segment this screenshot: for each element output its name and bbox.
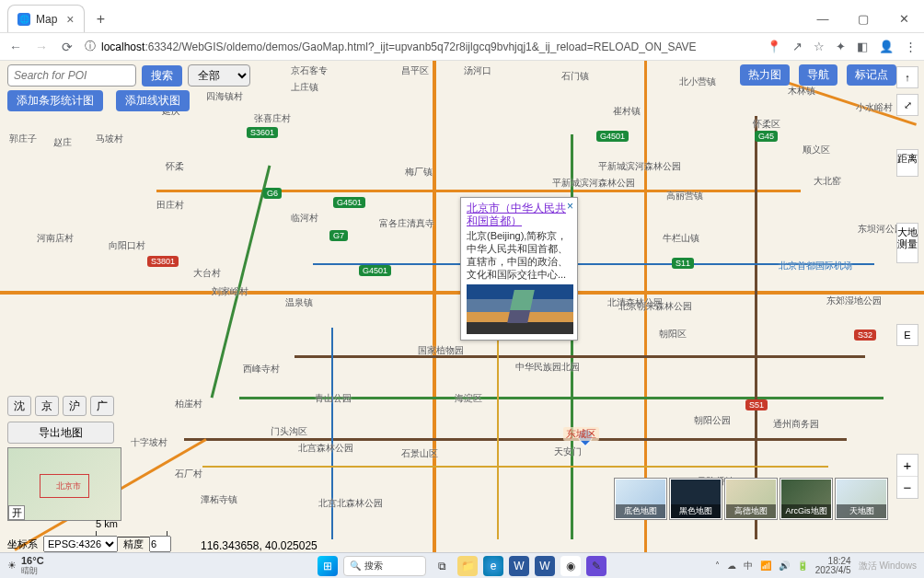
map-label: 中华民族园北园 (515, 361, 580, 374)
forward-icon[interactable]: → (33, 40, 50, 54)
heatmap-link[interactable]: 热力图 (740, 64, 790, 86)
reload-icon[interactable]: ⟳ (59, 40, 75, 54)
highway-badge: S3601 (247, 127, 278, 138)
tab-favicon: 🌐 (17, 13, 30, 26)
map-label: 崔村镇 (613, 105, 641, 118)
weather-widget[interactable]: ☀ 16°C 晴朗 (0, 556, 52, 576)
highway-badge: G45 (755, 131, 778, 142)
overview-toggle[interactable]: 开 (8, 505, 25, 520)
basemap-dark[interactable]: 黑色地图 (670, 479, 722, 519)
wifi-icon[interactable]: 📶 (760, 561, 771, 571)
map-label: 朝阳公园 (694, 414, 731, 427)
measure-distance-button[interactable]: 距离 (897, 150, 918, 168)
map-label: 北小营镇 (679, 75, 716, 88)
north-arrow-icon[interactable]: ↑ (905, 69, 910, 87)
explorer-icon[interactable]: 📁 (457, 556, 478, 576)
app-icon-1[interactable]: W (509, 556, 529, 576)
map-label: 东郊湿地公园 (826, 295, 882, 307)
popup-image (467, 284, 573, 334)
city-guangzhou[interactable]: 广 (90, 396, 114, 416)
map-label: 北京朝来森林公园 (618, 300, 692, 313)
map-label: 马坡村 (96, 133, 123, 145)
route-link[interactable]: 导航 (799, 64, 837, 86)
bookmark-icon[interactable]: ☆ (814, 40, 825, 53)
map-label: 高丽营镇 (666, 190, 703, 202)
fullscreen-icon[interactable]: ⤢ (904, 97, 912, 114)
city-shenyang[interactable]: 沈 (7, 396, 31, 416)
map-label: 天安门 (554, 445, 582, 458)
highway-badge: G4501 (359, 265, 391, 276)
map-label: 国家植物园 (418, 344, 464, 357)
zoom-control: + − (896, 454, 918, 499)
basemap-amap[interactable]: 高德地图 (725, 479, 777, 519)
highway-badge: G4501 (333, 197, 365, 208)
map-label: 石门镇 (561, 70, 589, 83)
onedrive-icon[interactable]: ☁ (727, 561, 736, 571)
add-bar-chart-button[interactable]: 添加条形统计图 (7, 90, 103, 111)
battery-icon[interactable]: 🔋 (797, 561, 808, 571)
maximize-button[interactable]: ▢ (843, 5, 884, 32)
marker-link[interactable]: 标记点 (847, 64, 896, 86)
system-tray[interactable]: ˄ ☁ 中 📶 🔊 🔋 18:24 2023/4/5 激活 Windows (708, 557, 924, 575)
share-icon[interactable]: ↗ (792, 40, 803, 53)
minimize-button[interactable]: — (803, 5, 843, 32)
measure-area-button[interactable]: 大地测量 (897, 224, 918, 253)
menu-icon[interactable]: ⋮ (905, 40, 917, 53)
zoom-out-button[interactable]: − (897, 477, 918, 498)
ime-indicator[interactable]: 中 (744, 560, 753, 572)
overview-map[interactable]: 北京市 开 (7, 447, 121, 521)
basemap-tianditu[interactable]: 天地图 (836, 479, 887, 519)
overview-label: 北京市 (56, 480, 81, 492)
close-button[interactable]: ✕ (884, 5, 924, 32)
map-label: 怀柔区 (753, 118, 780, 131)
edge-icon[interactable]: e (483, 556, 503, 576)
zoom-in-button[interactable]: + (897, 455, 918, 477)
site-info-icon[interactable]: ⓘ (85, 39, 96, 54)
precision-input[interactable] (149, 536, 171, 552)
crs-row: 坐标系 EPSG:4326 精度 (7, 536, 171, 552)
omnibox[interactable]: ⓘ localhost:63342/WebGIS/oldemo/demos/Ga… (85, 39, 757, 54)
chevron-up-icon[interactable]: ˄ (715, 561, 720, 571)
export-map-button[interactable]: 导出地图 (7, 422, 114, 444)
location-icon[interactable]: 📍 (767, 40, 781, 53)
back-icon[interactable]: ← (7, 40, 24, 54)
app-icon-2[interactable]: W (535, 556, 555, 576)
city-shanghai[interactable]: 沪 (63, 396, 87, 416)
task-view-icon[interactable]: ⧉ (432, 556, 452, 576)
map-label: 向阳口村 (109, 239, 145, 252)
highway-badge: S32 (854, 329, 876, 341)
clock[interactable]: 18:24 2023/4/5 (815, 557, 851, 575)
new-tab-button[interactable]: + (90, 8, 112, 30)
basemap-light[interactable]: 底色地图 (615, 479, 666, 519)
taskbar-search[interactable]: 🔍 搜索 (343, 556, 426, 576)
sidepanel-icon[interactable]: ◧ (857, 40, 868, 53)
start-icon[interactable]: ⊞ (318, 556, 338, 576)
map-label: 门头沟区 (271, 425, 307, 438)
volume-icon[interactable]: 🔊 (779, 561, 790, 571)
crs-select[interactable]: EPSG:4326 (43, 536, 118, 552)
map-label: 石厂村 (175, 468, 202, 480)
search-button[interactable]: 搜索 (142, 65, 182, 87)
profile-icon[interactable]: 👤 (879, 40, 894, 53)
map-label: 通州商务园 (773, 418, 819, 431)
chrome-icon[interactable]: ◉ (560, 556, 581, 576)
map-canvas[interactable]: 京石客专 怀柔 延庆 上庄镇 梅厂镇 昌平区 张喜庄村 崔村镇 石门镇 北小营镇… (0, 61, 924, 552)
map-label: 牛栏山镇 (663, 232, 699, 245)
category-select[interactable]: 全部 (188, 64, 250, 87)
close-icon[interactable]: × (66, 12, 74, 27)
app-icon-3[interactable]: ✎ (586, 556, 606, 576)
browser-tab[interactable]: 🌐 Map × (7, 5, 85, 32)
map-label: 温泉镇 (285, 296, 313, 309)
extensions-icon[interactable]: ✦ (836, 40, 846, 53)
highway-badge: G4501 (596, 131, 629, 142)
popup-body: 北京(Beijing),简称京，中华人民共和国首都、直辖市，中国的政治、文化和国… (467, 229, 572, 281)
add-line-chart-button[interactable]: 添加线状图 (116, 90, 190, 111)
search-input[interactable] (7, 64, 136, 87)
city-beijing[interactable]: 京 (35, 396, 59, 416)
tab-title: Map (36, 13, 57, 26)
basemap-arcgis[interactable]: ArcGis地图 (780, 479, 832, 519)
popup-title-link[interactable]: 北京市（中华人民共和国首都） (467, 202, 566, 226)
map-label: 梅厂镇 (405, 166, 433, 179)
popup-close-icon[interactable]: × (567, 200, 573, 213)
highway-badge: G7 (329, 230, 348, 241)
